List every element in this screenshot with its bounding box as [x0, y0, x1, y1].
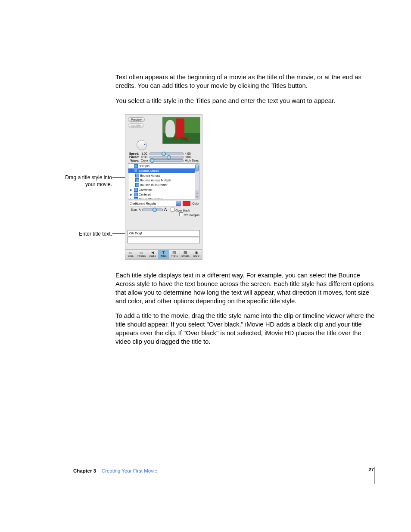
callout-line — [112, 233, 125, 234]
page-number: 27 — [368, 467, 374, 472]
wave-slider[interactable]: Wave: Calm High Seas — [128, 159, 199, 162]
style-icon — [134, 193, 138, 196]
over-black-checkbox[interactable] — [171, 208, 174, 212]
tab-idvd[interactable]: ◉iDVD — [191, 250, 202, 259]
size-small-icon: A — [139, 208, 141, 211]
update-button[interactable]: Update — [128, 123, 144, 128]
callout-drag-style: Drag a title style into your movie. — [65, 174, 112, 188]
style-icon — [135, 183, 139, 187]
tool-tabs: ▭Clips ▭Photos ◀Audio TTitles ▨Trans ▩Ef… — [125, 249, 202, 259]
size-slider[interactable] — [142, 208, 163, 211]
color-label: Color — [192, 202, 199, 205]
subtitle-text-input[interactable] — [128, 237, 200, 243]
speed-slider[interactable]: Speed: 1:00 4:00 — [128, 152, 199, 155]
tab-effects[interactable]: ▩Effects — [180, 250, 191, 259]
style-icon — [135, 174, 139, 177]
tab-trans[interactable]: ▨Trans — [169, 250, 180, 259]
color-swatch[interactable] — [183, 201, 190, 206]
style-icon — [134, 188, 138, 192]
title-style-list[interactable]: 3D Spin ▼Bounce Across Bounce Across Bou… — [128, 163, 199, 199]
tab-audio[interactable]: ◀Audio — [147, 250, 158, 259]
body-paragraph: Text often appears at the beginning of a… — [115, 73, 375, 90]
list-scrollbar[interactable]: ▴▾ — [195, 164, 199, 199]
callout-line — [112, 177, 125, 178]
size-large-icon: A — [164, 207, 167, 212]
preview-button[interactable]: Preview — [128, 117, 145, 122]
style-icon — [135, 178, 139, 182]
titles-icon: T — [158, 250, 168, 255]
font-select[interactable]: Chalkboard Regular — [128, 201, 181, 206]
callout-enter-text: Enter title text. — [65, 230, 112, 237]
tab-photos[interactable]: ▭Photos — [136, 250, 147, 259]
pause-slider[interactable]: Pause: 0:00 3:00 — [128, 156, 199, 159]
body-paragraph: You select a title style in the Titles p… — [115, 97, 375, 106]
photos-icon: ▭ — [136, 250, 146, 255]
page-footer: Chapter 3 Creating Your First Movie — [73, 467, 375, 484]
body-paragraph: Each title style displays text in a diff… — [115, 271, 375, 306]
title-text-input[interactable]: Oh Dog! — [128, 230, 200, 236]
style-icon — [134, 169, 138, 173]
titles-pane: Preview Update Oh Dog! Speed: 1:00 4:00 … — [125, 114, 202, 260]
style-icon — [134, 197, 138, 199]
preview-title-text: Oh Dog! — [174, 136, 189, 141]
tab-titles[interactable]: TTitles — [158, 250, 169, 259]
trans-icon: ▨ — [169, 250, 180, 255]
title-preview: Oh Dog! — [162, 117, 200, 144]
clips-icon: ▭ — [125, 250, 136, 255]
chapter-title: Creating Your First Movie — [102, 468, 157, 473]
size-label: Size: — [128, 208, 137, 211]
body-paragraph: To add a title to the movie, drag the ti… — [115, 312, 375, 346]
audio-icon: ◀ — [147, 250, 158, 255]
style-icon — [134, 164, 138, 168]
direction-control[interactable] — [137, 140, 147, 150]
qt-margins-checkbox[interactable] — [179, 212, 183, 216]
idvd-icon: ◉ — [191, 250, 202, 255]
tab-clips[interactable]: ▭Clips — [125, 250, 136, 259]
effects-icon: ▩ — [180, 250, 190, 255]
chapter-label: Chapter 3 — [73, 468, 96, 473]
